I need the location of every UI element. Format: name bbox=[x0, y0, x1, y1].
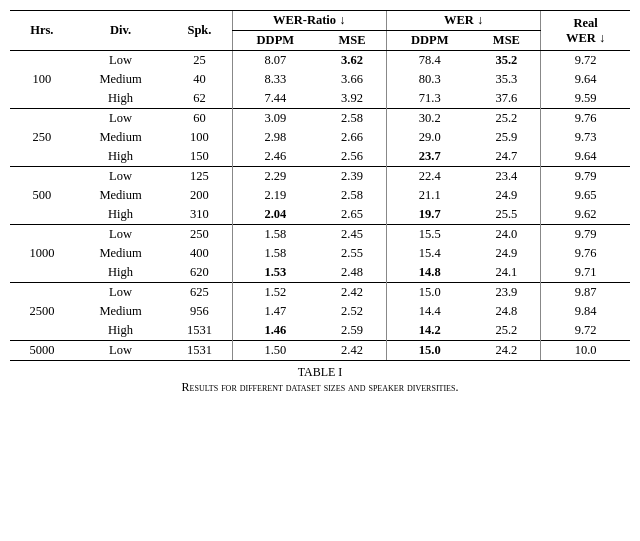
wer-ddpm-cell: 15.5 bbox=[386, 225, 472, 245]
wer-mse-cell: 23.4 bbox=[473, 167, 541, 187]
wer-ratio-ddpm-cell: 2.29 bbox=[232, 167, 318, 187]
real-wer-cell: 9.73 bbox=[541, 128, 630, 147]
wer-ddpm-cell: 14.2 bbox=[386, 321, 472, 341]
table-row: 2500Low6251.522.4215.023.99.87 bbox=[10, 283, 630, 303]
hrs-cell: 500 bbox=[10, 167, 74, 225]
col-ddpm-1: DDPM bbox=[232, 31, 318, 51]
wer-ratio-ddpm-cell: 1.53 bbox=[232, 263, 318, 283]
div-cell: Medium bbox=[74, 70, 168, 89]
wer-ddpm-cell: 80.3 bbox=[386, 70, 472, 89]
wer-mse-cell: 37.6 bbox=[473, 89, 541, 109]
wer-ratio-ddpm-cell: 2.19 bbox=[232, 186, 318, 205]
wer-ratio-ddpm-cell: 1.47 bbox=[232, 302, 318, 321]
wer-ratio-ddpm-cell: 1.50 bbox=[232, 341, 318, 361]
table-row: Medium1002.982.6629.025.99.73 bbox=[10, 128, 630, 147]
div-cell: High bbox=[74, 147, 168, 167]
table-row: Medium4001.582.5515.424.99.76 bbox=[10, 244, 630, 263]
wer-mse-cell: 24.2 bbox=[473, 341, 541, 361]
table-row: Medium408.333.6680.335.39.64 bbox=[10, 70, 630, 89]
wer-ratio-mse-cell: 3.62 bbox=[318, 51, 386, 71]
data-table: Hrs. Div. Spk. WER-Ratio ↓ WER ↓ RealWER… bbox=[10, 10, 630, 361]
spk-cell: 25 bbox=[167, 51, 232, 71]
spk-cell: 1531 bbox=[167, 341, 232, 361]
real-wer-cell: 9.71 bbox=[541, 263, 630, 283]
wer-ratio-mse-cell: 2.52 bbox=[318, 302, 386, 321]
real-wer-cell: 9.84 bbox=[541, 302, 630, 321]
wer-ratio-ddpm-cell: 8.07 bbox=[232, 51, 318, 71]
wer-mse-cell: 23.9 bbox=[473, 283, 541, 303]
table-row: Medium9561.472.5214.424.89.84 bbox=[10, 302, 630, 321]
wer-ddpm-cell: 14.4 bbox=[386, 302, 472, 321]
wer-mse-cell: 24.9 bbox=[473, 244, 541, 263]
table-row: High1502.462.5623.724.79.64 bbox=[10, 147, 630, 167]
wer-ratio-mse-cell: 2.58 bbox=[318, 186, 386, 205]
wer-mse-cell: 25.5 bbox=[473, 205, 541, 225]
real-wer-cell: 9.79 bbox=[541, 167, 630, 187]
div-cell: Low bbox=[74, 109, 168, 129]
real-wer-cell: 10.0 bbox=[541, 341, 630, 361]
div-cell: Low bbox=[74, 167, 168, 187]
wer-ratio-mse-cell: 2.65 bbox=[318, 205, 386, 225]
spk-cell: 100 bbox=[167, 128, 232, 147]
wer-ratio-mse-cell: 2.48 bbox=[318, 263, 386, 283]
wer-ddpm-cell: 22.4 bbox=[386, 167, 472, 187]
wer-ratio-ddpm-cell: 3.09 bbox=[232, 109, 318, 129]
table-caption: TABLE I Results for different dataset si… bbox=[10, 365, 630, 395]
hrs-cell: 1000 bbox=[10, 225, 74, 283]
hrs-cell: 250 bbox=[10, 109, 74, 167]
spk-cell: 40 bbox=[167, 70, 232, 89]
div-cell: Low bbox=[74, 341, 168, 361]
wer-mse-cell: 24.8 bbox=[473, 302, 541, 321]
wer-ddpm-cell: 19.7 bbox=[386, 205, 472, 225]
real-wer-cell: 9.62 bbox=[541, 205, 630, 225]
wer-mse-cell: 25.2 bbox=[473, 321, 541, 341]
div-cell: High bbox=[74, 89, 168, 109]
col-ddpm-2: DDPM bbox=[386, 31, 472, 51]
div-cell: High bbox=[74, 263, 168, 283]
spk-cell: 956 bbox=[167, 302, 232, 321]
wer-ddpm-cell: 23.7 bbox=[386, 147, 472, 167]
table-row: 100Low258.073.6278.435.29.72 bbox=[10, 51, 630, 71]
spk-cell: 62 bbox=[167, 89, 232, 109]
wer-mse-cell: 25.9 bbox=[473, 128, 541, 147]
wer-mse-cell: 35.2 bbox=[473, 51, 541, 71]
spk-cell: 310 bbox=[167, 205, 232, 225]
wer-mse-cell: 24.9 bbox=[473, 186, 541, 205]
spk-cell: 150 bbox=[167, 147, 232, 167]
wer-mse-cell: 24.1 bbox=[473, 263, 541, 283]
wer-ratio-mse-cell: 2.42 bbox=[318, 341, 386, 361]
wer-ddpm-cell: 21.1 bbox=[386, 186, 472, 205]
table-row: Medium2002.192.5821.124.99.65 bbox=[10, 186, 630, 205]
real-wer-cell: 9.72 bbox=[541, 51, 630, 71]
col-wer-ratio: WER-Ratio ↓ bbox=[232, 11, 386, 31]
wer-mse-cell: 24.7 bbox=[473, 147, 541, 167]
div-cell: Medium bbox=[74, 302, 168, 321]
table-row: High6201.532.4814.824.19.71 bbox=[10, 263, 630, 283]
real-wer-cell: 9.64 bbox=[541, 70, 630, 89]
div-cell: High bbox=[74, 205, 168, 225]
wer-ratio-mse-cell: 2.59 bbox=[318, 321, 386, 341]
real-wer-cell: 9.87 bbox=[541, 283, 630, 303]
wer-ddpm-cell: 29.0 bbox=[386, 128, 472, 147]
spk-cell: 200 bbox=[167, 186, 232, 205]
wer-ratio-ddpm-cell: 1.52 bbox=[232, 283, 318, 303]
wer-ddpm-cell: 30.2 bbox=[386, 109, 472, 129]
table-row: High627.443.9271.337.69.59 bbox=[10, 89, 630, 109]
col-mse-1: MSE bbox=[318, 31, 386, 51]
wer-ratio-ddpm-cell: 1.58 bbox=[232, 244, 318, 263]
real-wer-cell: 9.79 bbox=[541, 225, 630, 245]
wer-ratio-mse-cell: 2.55 bbox=[318, 244, 386, 263]
header-row-1: Hrs. Div. Spk. WER-Ratio ↓ WER ↓ RealWER… bbox=[10, 11, 630, 31]
hrs-cell: 100 bbox=[10, 51, 74, 109]
spk-cell: 620 bbox=[167, 263, 232, 283]
col-spk: Spk. bbox=[167, 11, 232, 51]
wer-ddpm-cell: 15.0 bbox=[386, 283, 472, 303]
spk-cell: 625 bbox=[167, 283, 232, 303]
wer-ratio-mse-cell: 2.56 bbox=[318, 147, 386, 167]
div-cell: Medium bbox=[74, 128, 168, 147]
table-wrapper: Hrs. Div. Spk. WER-Ratio ↓ WER ↓ RealWER… bbox=[10, 10, 630, 395]
wer-ratio-ddpm-cell: 1.58 bbox=[232, 225, 318, 245]
spk-cell: 60 bbox=[167, 109, 232, 129]
spk-cell: 125 bbox=[167, 167, 232, 187]
spk-cell: 250 bbox=[167, 225, 232, 245]
